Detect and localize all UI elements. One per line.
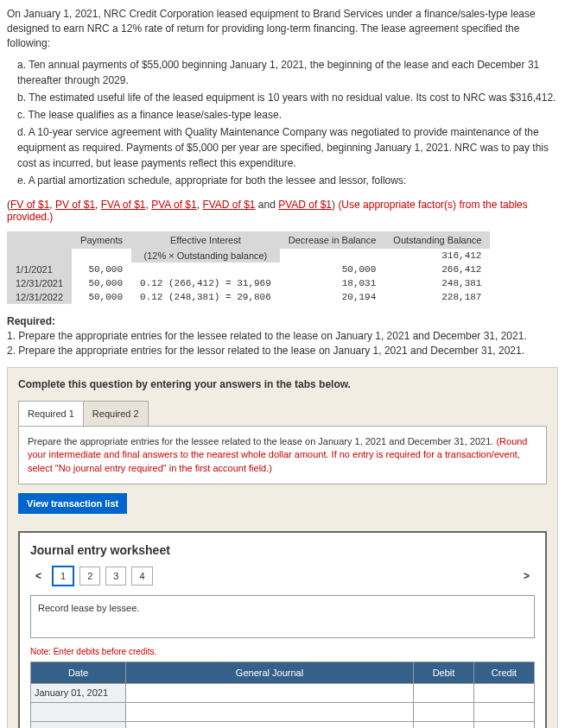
link-fv[interactable]: FV of $1 — [10, 199, 49, 211]
nav-step-3[interactable]: 3 — [105, 567, 126, 586]
je-credit-input[interactable] — [474, 702, 535, 721]
col-payments: Payments — [72, 231, 131, 249]
view-transaction-list-button[interactable]: View transaction list — [18, 493, 127, 514]
required-title: Required: — [7, 315, 55, 327]
tabs: Required 1 Required 2 — [18, 401, 547, 427]
journal-entry-table: Date General Journal Debit Credit Januar… — [30, 662, 535, 728]
required-1: 1. Prepare the appropriate entries for t… — [7, 330, 527, 342]
link-fva[interactable]: FVA of $1 — [101, 199, 146, 211]
row3-pay: 50,000 — [72, 290, 131, 304]
required-section: Required: 1. Prepare the appropriate ent… — [7, 314, 558, 358]
question-box: Complete this question by entering your … — [7, 367, 558, 728]
row3-date: 12/31/2022 — [7, 290, 72, 304]
je-credit-input[interactable] — [474, 721, 535, 728]
col-effective: Effective Interest — [131, 231, 280, 249]
list-item-a: a. Ten annual payments of $55,000 beginn… — [17, 57, 558, 88]
journal-worksheet: Journal entry worksheet < 1 2 3 4 > Reco… — [18, 531, 547, 728]
row2-pay: 50,000 — [72, 276, 131, 290]
je-account-input[interactable] — [126, 683, 414, 702]
requirements-list: a. Ten annual payments of $55,000 beginn… — [17, 57, 558, 188]
link-fvad[interactable]: FVAD of $1 — [202, 199, 255, 211]
col-credit: Credit — [474, 662, 535, 683]
nav-step-2[interactable]: 2 — [79, 567, 100, 586]
col-outstanding: Outstanding Balance — [384, 231, 490, 249]
effective-subhead: (12% × Outstanding balance) — [131, 249, 280, 263]
list-item-c: c. The lease qualifies as a finance leas… — [17, 107, 558, 123]
row1-date: 1/1/2021 — [7, 263, 72, 276]
row1-pay: 50,000 — [72, 263, 131, 276]
row3-eff: 0.12 (248,381) = 29,806 — [131, 290, 280, 304]
qbox-intro: Complete this question by entering your … — [18, 378, 547, 390]
nav-step-4[interactable]: 4 — [131, 567, 152, 586]
row1-dec: 50,000 — [280, 263, 385, 276]
row2-dec: 18,031 — [280, 276, 385, 290]
row2-eff: 0.12 (266,412) = 31,969 — [131, 276, 280, 290]
link-pv[interactable]: PV of $1 — [55, 199, 95, 211]
je-debit-input[interactable] — [414, 721, 474, 728]
intro-text: On January 1, 2021, NRC Credit Corporati… — [7, 7, 558, 50]
worksheet-title: Journal entry worksheet — [30, 543, 535, 557]
tab-instr: Prepare the appropriate entries for the … — [28, 436, 496, 446]
row1-out: 266,412 — [384, 263, 490, 276]
and-text: and — [256, 199, 279, 211]
row2-date: 12/31/2021 — [7, 276, 72, 290]
row0-out: 316,412 — [384, 249, 490, 263]
list-item-d: d. A 10-year service agreement with Qual… — [17, 124, 558, 171]
row3-dec: 20,194 — [280, 290, 385, 304]
je-date-cell: January 01, 2021 — [31, 683, 126, 702]
list-item-e: e. A partial amortization schedule, appr… — [17, 173, 558, 188]
link-pva[interactable]: PVA of $1 — [151, 199, 196, 211]
tab-content: Prepare the appropriate entries for the … — [18, 426, 547, 484]
nav-step-1[interactable]: 1 — [52, 566, 74, 586]
debits-note: Note: Enter debits before credits. — [30, 647, 535, 656]
transaction-description: Record lease by lessee. — [30, 595, 535, 638]
je-debit-input[interactable] — [414, 702, 474, 721]
je-account-input[interactable] — [126, 702, 414, 721]
link-pvad[interactable]: PVAD of $1 — [278, 199, 332, 211]
nav-next-icon[interactable]: > — [518, 567, 535, 586]
col-general-journal: General Journal — [126, 662, 414, 683]
row3-out: 228,187 — [384, 290, 490, 304]
nav-prev-icon[interactable]: < — [30, 567, 47, 586]
worksheet-nav: < 1 2 3 4 > — [30, 566, 535, 586]
je-credit-input[interactable] — [474, 683, 535, 702]
je-account-input[interactable] — [126, 721, 414, 728]
factor-links: (FV of $1, PV of $1, FVA of $1, PVA of $… — [7, 199, 558, 223]
col-decrease: Decrease in Balance — [280, 231, 385, 249]
row2-out: 248,381 — [384, 276, 490, 290]
col-date: Date — [31, 662, 126, 683]
je-debit-input[interactable] — [414, 683, 474, 702]
tab-required-2[interactable]: Required 2 — [83, 401, 149, 427]
col-debit: Debit — [414, 662, 474, 683]
amortization-table: Payments Effective Interest Decrease in … — [7, 231, 490, 304]
row0-date — [7, 249, 72, 263]
col-blank — [7, 231, 72, 249]
required-2: 2. Prepare the appropriate entries for t… — [7, 345, 524, 357]
tab-required-1[interactable]: Required 1 — [18, 401, 84, 427]
list-item-b: b. The estimated useful life of the leas… — [17, 90, 558, 105]
